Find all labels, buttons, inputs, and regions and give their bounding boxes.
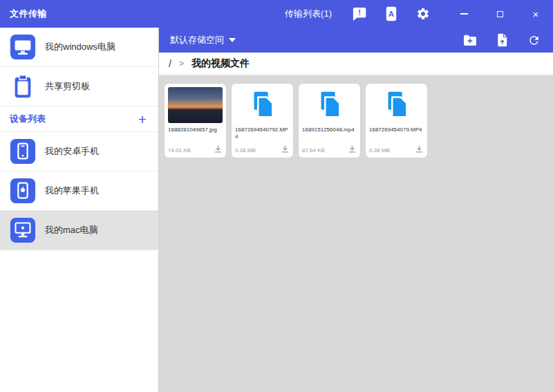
sidebar-item-label: 我的mac电脑 (45, 224, 98, 236)
storage-toolbar: 默认存储空间 (159, 28, 553, 53)
window-controls: × (456, 6, 543, 21)
gear-icon (416, 7, 430, 21)
app-window: 文件传输 传输列表(1) ! A (0, 0, 553, 392)
chevron-down-icon (229, 38, 236, 42)
breadcrumb-current-folder: 我的视频文件 (191, 57, 250, 70)
phone-connect-button[interactable]: A (383, 6, 400, 22)
upload-file-icon (496, 33, 508, 47)
app-title: 文件传输 (10, 8, 47, 20)
maximize-icon (497, 11, 503, 17)
video-file-icon (247, 89, 279, 121)
minimize-icon (460, 13, 468, 15)
titlebar: 文件传输 传输列表(1) ! A (0, 0, 553, 28)
file-size: 74.01 KB (168, 147, 191, 153)
refresh-icon (527, 34, 541, 47)
add-device-button[interactable]: + (136, 112, 149, 127)
file-card[interactable]: 16872694540792.MP4 0.28 MB (232, 84, 293, 158)
feedback-button[interactable]: ! (351, 6, 368, 22)
file-name: 1687269454079.MP4 (369, 127, 424, 141)
phone-a-icon: A (386, 6, 397, 21)
file-size: 0.28 MB (369, 147, 390, 153)
image-thumbnail (168, 87, 223, 123)
storage-dropdown-label: 默认存储空间 (170, 34, 224, 46)
storage-dropdown[interactable]: 默认存储空间 (170, 34, 236, 46)
feedback-bubble-icon: ! (352, 7, 367, 21)
sidebar-item-label: 我的安卓手机 (45, 145, 99, 158)
mac-computer-icon (10, 217, 36, 243)
download-button[interactable] (214, 144, 223, 153)
svg-text:A: A (388, 10, 394, 18)
maximize-button[interactable] (492, 6, 507, 21)
sidebar-item-label: 我的windows电脑 (45, 41, 115, 53)
main-panel: 默认存储空间 (159, 28, 553, 392)
new-folder-button[interactable] (462, 32, 478, 48)
breadcrumb-separator: > (179, 59, 184, 68)
sidebar-item-apple-phone[interactable]: 我的苹果手机 (0, 171, 158, 211)
breadcrumb: / > 我的视频文件 (159, 53, 553, 75)
download-icon (214, 145, 222, 153)
sidebar-item-label: 我的苹果手机 (45, 185, 99, 197)
file-card[interactable]: 1687269454079.MP4 0.28 MB (366, 84, 427, 158)
file-card[interactable]: 1688281049857.jpg 74.01 KB (165, 84, 226, 158)
download-icon (415, 145, 423, 153)
download-icon (348, 145, 356, 153)
download-button[interactable] (415, 144, 424, 153)
sidebar-item-android-phone[interactable]: 我的安卓手机 (0, 132, 158, 171)
sidebar-item-mac-computer[interactable]: 我的mac电脑 (0, 211, 158, 250)
windows-computer-icon (10, 34, 36, 60)
file-name: 1688281049857.jpg (168, 127, 223, 141)
send-file-button[interactable] (494, 32, 510, 48)
android-phone-icon (10, 138, 36, 165)
file-size: 0.28 MB (235, 147, 256, 153)
minimize-button[interactable] (456, 6, 471, 21)
video-file-icon (314, 89, 346, 121)
apple-phone-icon (10, 178, 36, 204)
download-icon (281, 145, 289, 153)
folder-plus-icon (462, 34, 478, 46)
file-grid: 1688281049857.jpg 74.01 KB (159, 75, 553, 166)
sidebar-item-shared-clipboard[interactable]: 共享剪切板 (0, 67, 158, 106)
close-button[interactable]: × (528, 6, 543, 21)
sidebar-item-my-computer[interactable]: 我的windows电脑 (0, 28, 158, 67)
file-size: 87.64 KB (302, 147, 325, 153)
file-name: 16872694540792.MP4 (235, 127, 290, 141)
device-list-header: 设备列表 + (0, 106, 158, 132)
breadcrumb-root[interactable]: / (169, 58, 171, 69)
clipboard-icon (10, 73, 36, 100)
sidebar: 我的windows电脑 共享剪切板 设备列表 + (0, 28, 159, 392)
download-button[interactable] (281, 144, 290, 153)
settings-button[interactable] (415, 6, 431, 22)
file-name: 1689151256048.mp4 (302, 127, 357, 141)
video-file-icon (381, 89, 413, 121)
svg-text:!: ! (358, 8, 361, 16)
device-list-label: 设备列表 (10, 113, 46, 125)
refresh-button[interactable] (525, 32, 542, 48)
transfer-list-button[interactable]: 传输列表(1) (285, 8, 332, 20)
download-button[interactable] (348, 144, 357, 153)
file-card[interactable]: 1689151256048.mp4 87.64 KB (299, 84, 360, 158)
sidebar-item-label: 共享剪切板 (45, 80, 90, 93)
